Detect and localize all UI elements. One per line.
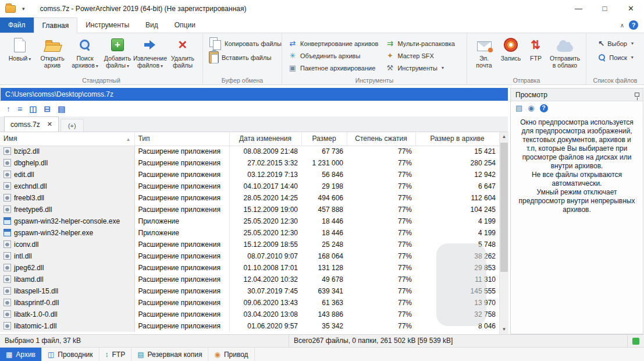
bottom-tab-ftp[interactable]: ↕ FTP [99, 348, 132, 361]
close-button[interactable]: ✕ [618, 0, 644, 17]
bottom-tab-drive[interactable]: ◉ Привод [208, 348, 254, 361]
vertical-scrollbar[interactable]: ▲ ▼ [499, 132, 508, 334]
preview-description: Окно предпросмотра используется для пред… [511, 115, 643, 218]
help-button[interactable]: ? [629, 20, 638, 30]
bottom-tab-archive[interactable]: ▦ Архив [0, 348, 42, 361]
table-row[interactable]: libatomic-1.dll Расширение приложения 01… [0, 320, 499, 332]
table-row[interactable]: libasprintf-0.dll Расширение приложения … [0, 297, 499, 309]
minimize-button[interactable]: — [565, 0, 592, 17]
sfx-wizard-button[interactable]: ✦ Мастер SFX [383, 49, 457, 62]
ribbon-tab-row: Файл Главная Инструменты Вид Опции ∧ ? [0, 17, 644, 33]
file-ratio: 77% [347, 227, 415, 239]
scrollbar-thumb[interactable] [500, 143, 508, 272]
paste-files-button[interactable]: Вставить файлы [207, 51, 284, 63]
archive-tab-label: comss.7z [10, 121, 40, 129]
column-header-size[interactable]: Размер [301, 132, 347, 146]
extract-files-button[interactable]: Извлечение файлов▾ [134, 35, 166, 70]
preview-text-2: Не все файлы открываются автоматически. [517, 171, 637, 188]
preview-help-icon[interactable]: ? [540, 104, 548, 112]
add-files-button[interactable]: Добавить файлы▾ [101, 35, 134, 70]
app-icon[interactable] [5, 5, 16, 13]
preview-image-icon[interactable]: ◉ [528, 104, 534, 112]
file-name: freetype6.dll [14, 206, 52, 214]
multi-extract-button[interactable]: ⇉ Мульти-распаковка [383, 37, 457, 49]
send-to-cloud-button[interactable]: Отправить в облако [547, 35, 582, 69]
up-one-level-icon[interactable]: ↑ [6, 104, 10, 114]
maximize-button[interactable]: □ [592, 0, 618, 17]
tab-view[interactable]: Вид [137, 17, 166, 33]
search-archives-button[interactable]: Поиск архивов▾ [69, 35, 101, 70]
table-row[interactable]: freebl3.dll Расширение приложения 28.05.… [0, 192, 499, 204]
batch-archive-button[interactable]: ▣ Пакетное архивирование [286, 62, 380, 74]
copy-files-button[interactable]: Копировать файлы [207, 37, 284, 49]
tab-home[interactable]: Главная [34, 17, 78, 33]
convert-archives-button[interactable]: ⇄ Конвертирование архивов [286, 37, 380, 49]
email-button[interactable]: Эл. почта [471, 35, 497, 69]
file-type: Расширение приложения [134, 320, 229, 332]
quick-access-dropdown-icon[interactable]: ▾ [20, 5, 27, 13]
address-bar[interactable]: C:\Users\comss\Desktop\comss.7z [1, 88, 508, 101]
file-size: 18 446 [301, 215, 347, 227]
ftp-button[interactable]: FTP [524, 35, 547, 62]
ftp-icon: ↕ [105, 351, 109, 359]
column-header-date[interactable]: Дата изменения [229, 132, 301, 146]
filelist-search-button[interactable]: Поиск ▾ [596, 51, 636, 63]
paste-icon [209, 51, 219, 63]
scroll-down-icon[interactable]: ▼ [500, 325, 508, 334]
column-header-name[interactable]: Имя▲ [0, 132, 134, 146]
group-label-tools: Инструменты [282, 77, 467, 84]
view-bottom-pane-icon[interactable]: ⊟ [44, 104, 51, 114]
table-row[interactable]: edit.dll Расширение приложения 03.12.201… [0, 169, 499, 180]
ribbon-collapse-icon[interactable]: ∧ [620, 22, 624, 29]
new-tab-button[interactable]: (+) [61, 119, 84, 132]
view-columns-icon[interactable]: ◫ [29, 104, 37, 114]
table-row[interactable]: libamd.dll Расширение приложения 12.04.2… [0, 274, 499, 285]
burn-button[interactable]: Запись [497, 35, 524, 62]
table-row[interactable]: gspawn-win32-helper.exe Приложение 25.05… [0, 227, 499, 239]
file-type-icon [3, 240, 11, 248]
tab-file[interactable]: Файл [0, 17, 34, 33]
merge-icon: ✳ [288, 51, 297, 60]
tab-options[interactable]: Опции [166, 17, 204, 33]
open-archive-button[interactable]: Открыть архив [36, 35, 69, 69]
select-button[interactable]: ↖ Выбор ▾ [596, 37, 636, 49]
table-row[interactable]: iconv.dll Расширение приложения 15.12.20… [0, 239, 499, 250]
pin-icon[interactable] [635, 93, 639, 97]
bottom-tab-explorer[interactable]: ◫ Проводник [42, 348, 99, 361]
close-tab-icon[interactable]: ✕ [47, 121, 52, 128]
bottom-tab-backup[interactable]: ▤ Резервная копия [131, 348, 208, 361]
preview-file-icon[interactable]: ▤ [515, 104, 522, 112]
tab-tools[interactable]: Инструменты [77, 17, 137, 33]
tools-menu-button[interactable]: ⚒ Инструменты ▾ [383, 62, 457, 74]
file-packed-size: 8 046 [415, 320, 499, 332]
archive-tab[interactable]: comss.7z ✕ [4, 116, 59, 132]
file-name: freebl3.dll [14, 194, 44, 202]
view-details-icon[interactable]: ▤ [58, 104, 65, 114]
table-row[interactable]: exchndl.dll Расширение приложения 04.10.… [0, 180, 499, 192]
view-list-icon[interactable]: ≡ [17, 104, 22, 114]
table-row[interactable]: libatk-1.0-0.dll Расширение приложения 0… [0, 309, 499, 320]
table-row[interactable]: gspawn-win32-helper-console.exe Приложен… [0, 215, 499, 227]
table-row[interactable]: jpeg62.dll Расширение приложения 01.10.2… [0, 262, 499, 274]
new-button[interactable]: Новый▾ [3, 35, 36, 63]
column-header-type[interactable]: Тип [134, 132, 229, 146]
file-ratio: 77% [347, 285, 415, 297]
file-packed-size: 112 604 [415, 192, 499, 204]
column-header-packed[interactable]: Размер в архиве [415, 132, 499, 146]
table-row[interactable]: bzip2.dll Расширение приложения 08.08.20… [0, 146, 499, 157]
bottom-tab-label: Резервная копия [148, 351, 202, 359]
table-row[interactable]: intl.dll Расширение приложения 08.07.201… [0, 250, 499, 262]
merge-archives-button[interactable]: ✳ Объединить архивы [286, 49, 380, 62]
table-row[interactable]: dbghelp.dll Расширение приложения 27.02.… [0, 157, 499, 169]
ftp-icon [531, 38, 541, 52]
file-type: Расширение приложения [134, 204, 229, 215]
table-row[interactable]: libaspell-15.dll Расширение приложения 3… [0, 285, 499, 297]
file-ratio: 77% [347, 204, 415, 215]
column-header-ratio[interactable]: Степень сжатия [347, 132, 415, 146]
scroll-up-icon[interactable]: ▲ [500, 132, 508, 141]
file-type: Расширение приложения [134, 297, 229, 309]
file-size: 143 886 [301, 309, 347, 320]
table-row[interactable]: freetype6.dll Расширение приложения 15.1… [0, 204, 499, 215]
file-date: 03.04.2020 13:08 [229, 309, 301, 320]
delete-files-button[interactable]: Удалить файлы [166, 35, 199, 69]
